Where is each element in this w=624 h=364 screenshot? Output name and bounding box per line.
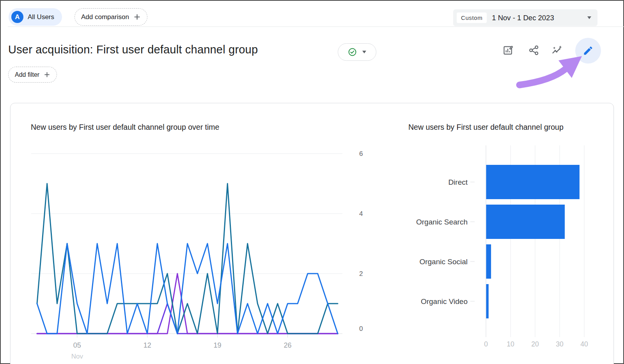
check-circle-icon [348, 48, 357, 57]
chart-edit-icon[interactable] [503, 45, 514, 56]
add-filter-label: Add filter [15, 71, 39, 78]
chevron-down-icon [587, 16, 591, 19]
x-axis-sublabel: Nov [71, 353, 83, 360]
line-chart-title: New users by First user default channel … [31, 120, 219, 134]
report-status-dropdown[interactable] [338, 43, 376, 61]
x-axis-label-26: 26 [284, 341, 291, 349]
plus-icon [44, 71, 50, 78]
edit-pencil-icon [583, 45, 594, 56]
line-series-organic-search [37, 184, 338, 334]
line-chart: 024605Nov121926 [21, 142, 383, 363]
bar-x-axis-label-30: 30 [556, 340, 564, 348]
bar-chart: 010203040DirectOrganic SearchOrganic Soc… [397, 142, 613, 363]
bar-category-label-organic-search: Organic Search [416, 218, 468, 226]
bar-chart-title: New users by First user default channel … [408, 120, 592, 134]
date-range-preset-badge: Custom [457, 12, 487, 23]
x-axis-label-12: 12 [144, 341, 151, 349]
insights-icon[interactable] [551, 45, 562, 56]
y-axis-label-0: 0 [359, 325, 363, 332]
ga4-report-page: A All Users Add comparison Custom 1 Nov … [0, 0, 624, 364]
x-axis-label-05: 05 [73, 341, 81, 349]
add-comparison-label: Add comparison [81, 13, 129, 21]
y-axis-label-4: 4 [359, 210, 363, 217]
topbar-divider [8, 27, 624, 27]
date-range-selector[interactable]: Custom 1 Nov - 1 Dec 2023 [453, 9, 597, 26]
bar-category-label-organic-social: Organic Social [419, 258, 468, 266]
share-icon[interactable] [528, 45, 539, 56]
bar-x-axis-label-20: 20 [531, 340, 539, 348]
plus-icon [133, 13, 141, 21]
audience-segment-chip[interactable]: A All Users [9, 8, 62, 26]
y-axis-label-2: 2 [359, 270, 363, 277]
audience-label: All Users [28, 13, 54, 21]
chevron-down-icon [362, 51, 366, 53]
add-comparison-button[interactable]: Add comparison [74, 8, 147, 26]
add-filter-button[interactable]: Add filter [8, 67, 57, 83]
bar-direct [486, 165, 580, 199]
page-title: User acquisition: First user default cha… [8, 43, 258, 56]
line-series-direct [37, 244, 338, 334]
bar-category-label-organic-video: Organic Video [421, 297, 468, 306]
charts-card: New users by First user default channel … [10, 103, 614, 364]
y-axis-label-6: 6 [359, 150, 363, 157]
bar-category-label-direct: Direct [448, 178, 468, 186]
audience-avatar: A [11, 11, 23, 23]
edit-comparisons-button[interactable] [575, 38, 601, 64]
bar-x-axis-label-10: 10 [507, 340, 514, 348]
bar-x-axis-label-40: 40 [580, 340, 588, 348]
bar-organic-social [486, 244, 491, 279]
x-axis-label-19: 19 [214, 341, 222, 349]
date-range-label: 1 Nov - 1 Dec 2023 [492, 14, 587, 22]
bar-organic-video [486, 284, 489, 318]
bar-x-axis-label-0: 0 [484, 340, 488, 348]
bar-organic-search [486, 205, 565, 239]
